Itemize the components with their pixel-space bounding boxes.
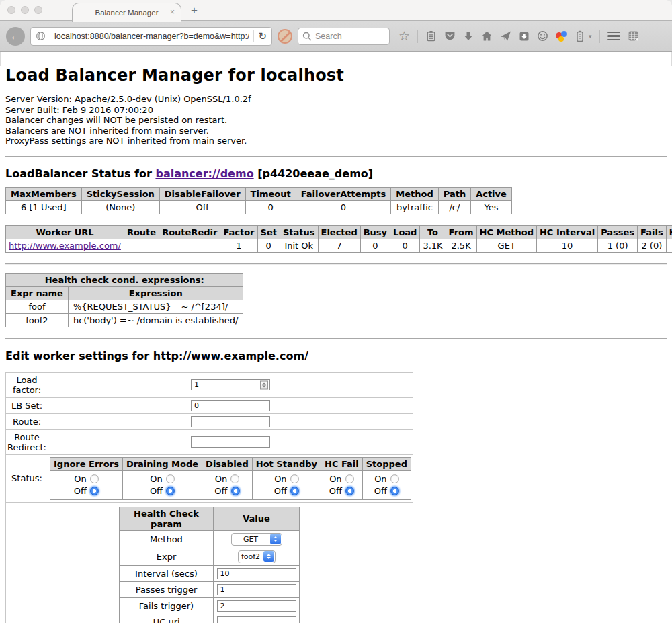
load-factor-input[interactable] bbox=[191, 379, 270, 390]
hc-label-passes-trigger: Passes trigger bbox=[120, 581, 214, 597]
pocket-icon[interactable] bbox=[444, 30, 456, 42]
expr-header-row: Expr nameExpression bbox=[6, 286, 243, 300]
worker-cell-routeredir bbox=[159, 239, 220, 252]
worker-cell-set: 0 bbox=[257, 239, 280, 252]
url-text[interactable]: localhost:8880/balancer-manager?b=demo&w… bbox=[54, 32, 249, 41]
form-row-lb-set: LB Set: bbox=[6, 397, 413, 413]
passes-trigger-input[interactable] bbox=[217, 584, 296, 595]
radio-on-label: On bbox=[215, 473, 227, 485]
worker-col-status: Status bbox=[280, 225, 318, 239]
balancer-cell-active: Yes bbox=[471, 200, 512, 214]
method-select[interactable]: GET bbox=[231, 533, 282, 546]
url-divider bbox=[50, 30, 50, 42]
radio-off-draining-mode[interactable] bbox=[166, 487, 175, 495]
number-spinner[interactable] bbox=[260, 380, 268, 389]
hc-uri-input[interactable] bbox=[217, 616, 296, 623]
worker-cell-hc-uri bbox=[666, 239, 672, 252]
download-arrow-icon[interactable] bbox=[463, 31, 474, 42]
bookmark-star-icon[interactable]: ☆ bbox=[398, 30, 410, 42]
balancer-link[interactable]: balancer://demo bbox=[155, 167, 253, 180]
radio-on-stopped[interactable] bbox=[390, 474, 399, 483]
divider bbox=[5, 156, 667, 157]
feedback-smiley-icon[interactable] bbox=[537, 30, 548, 42]
radio-on-ignore-errors[interactable] bbox=[90, 474, 99, 483]
radio-on-hc-fail[interactable] bbox=[345, 474, 354, 483]
balancer-cell-path: /c/ bbox=[438, 200, 470, 214]
browser-tab[interactable]: Balancer Manager × bbox=[72, 3, 181, 22]
home-icon[interactable] bbox=[481, 30, 493, 42]
reading-list-icon[interactable] bbox=[425, 30, 437, 42]
form-value-load-factor bbox=[48, 372, 413, 397]
radio-off-hc-fail[interactable] bbox=[345, 487, 354, 495]
downloads-panel-icon[interactable] bbox=[519, 31, 530, 42]
form-row-route: Route: bbox=[6, 413, 413, 429]
balancer-cell-timeout: 0 bbox=[245, 200, 296, 214]
select-stepper-icon[interactable] bbox=[263, 551, 274, 562]
chevron-down-icon[interactable]: ▾ bbox=[589, 33, 592, 40]
balancer-col-active: Active bbox=[471, 187, 512, 200]
worker-col-load: Load bbox=[390, 225, 420, 239]
grid-extension-icon[interactable] bbox=[628, 30, 639, 42]
select-stepper-icon[interactable] bbox=[270, 534, 281, 544]
hc-label-interval-secs: Interval (secs) bbox=[120, 565, 214, 581]
route-input[interactable] bbox=[191, 416, 270, 427]
radio-off-label: Off bbox=[374, 485, 387, 497]
hc-value-fails-trigger bbox=[214, 597, 300, 614]
radio-off-label: Off bbox=[214, 485, 227, 497]
status-col-hot-standby: Hot Standby bbox=[252, 457, 321, 470]
url-bar[interactable]: localhost:8880/balancer-manager?b=demo&w… bbox=[30, 27, 272, 46]
radio-on-disabled[interactable] bbox=[230, 474, 239, 483]
hc-label-fails-trigger: Fails trigger) bbox=[120, 597, 214, 614]
balancer-table: MaxMembersStickySessionDisableFailoverTi… bbox=[5, 187, 512, 214]
radio-on-hot-standby[interactable] bbox=[290, 474, 299, 483]
reload-button[interactable]: ↻ bbox=[258, 30, 267, 42]
window-close-button[interactable] bbox=[7, 6, 15, 14]
worker-url-link[interactable]: http://www.example.com/ bbox=[9, 241, 121, 251]
radio-off-stopped[interactable] bbox=[390, 487, 399, 495]
back-button[interactable]: ← bbox=[6, 27, 25, 46]
worker-cell-worker-url: http://www.example.com/ bbox=[6, 239, 124, 252]
form-row-status: Status:Ignore ErrorsDraining ModeDisable… bbox=[6, 454, 413, 502]
server-info: Server Version: Apache/2.5.0-dev (Unix) … bbox=[5, 94, 667, 147]
radio-on-draining-mode[interactable] bbox=[166, 474, 175, 483]
close-tab-icon[interactable]: × bbox=[170, 8, 175, 16]
send-plane-icon[interactable] bbox=[500, 30, 511, 42]
hc-row-fails-trigger: Fails trigger) bbox=[120, 597, 300, 614]
hc-row-passes-trigger: Passes trigger bbox=[120, 581, 300, 597]
hc-label-expr: Expr bbox=[120, 548, 214, 565]
balancer-col-method: Method bbox=[391, 187, 438, 200]
radio-off-hot-standby[interactable] bbox=[290, 487, 299, 495]
hc-value-interval-secs bbox=[214, 565, 300, 581]
radio-off-disabled[interactable] bbox=[231, 487, 240, 495]
slash-icon bbox=[279, 30, 292, 43]
search-bar[interactable]: Search bbox=[298, 28, 390, 45]
page-content: Load Balancer Manager for localhost Serv… bbox=[0, 66, 672, 623]
spinner-down-icon[interactable] bbox=[262, 385, 266, 387]
hc-value-method: GET bbox=[214, 530, 300, 548]
balancer-col-failoverattempts: FailoverAttempts bbox=[296, 187, 391, 200]
interval-secs-input[interactable] bbox=[217, 568, 296, 579]
window-controls bbox=[7, 6, 42, 14]
radio-option-off: Off bbox=[53, 485, 120, 497]
window-minimize-button[interactable] bbox=[21, 6, 29, 14]
lb-set-input[interactable] bbox=[191, 400, 270, 411]
window-zoom-button[interactable] bbox=[34, 6, 42, 14]
extension-colordots-icon[interactable] bbox=[556, 30, 567, 42]
spinner-up-icon[interactable] bbox=[262, 382, 266, 384]
worker-data-row: http://www.example.com/10Init Ok7003.1K2… bbox=[6, 239, 672, 252]
worker-cell-elected: 7 bbox=[318, 239, 360, 252]
content-blocked-icon[interactable] bbox=[278, 29, 292, 44]
back-icon: ← bbox=[10, 30, 21, 42]
fails-trigger-input[interactable] bbox=[217, 600, 296, 612]
battery-extension-icon[interactable] bbox=[575, 30, 585, 42]
menu-hamburger-icon[interactable] bbox=[607, 32, 620, 41]
balancer-col-timeout: Timeout bbox=[245, 187, 296, 200]
new-tab-button[interactable]: + bbox=[191, 4, 198, 17]
hc-value-expr: foof2 bbox=[214, 548, 300, 565]
worker-col-passes: Passes bbox=[598, 225, 638, 239]
route-redirect-input[interactable] bbox=[191, 436, 270, 448]
worker-table: Worker URLRouteRouteRedirFactorSetStatus… bbox=[5, 225, 672, 253]
form-label-route: Route: bbox=[6, 413, 48, 429]
expr-select[interactable]: foof2 bbox=[238, 550, 276, 563]
radio-off-ignore-errors[interactable] bbox=[90, 487, 99, 495]
